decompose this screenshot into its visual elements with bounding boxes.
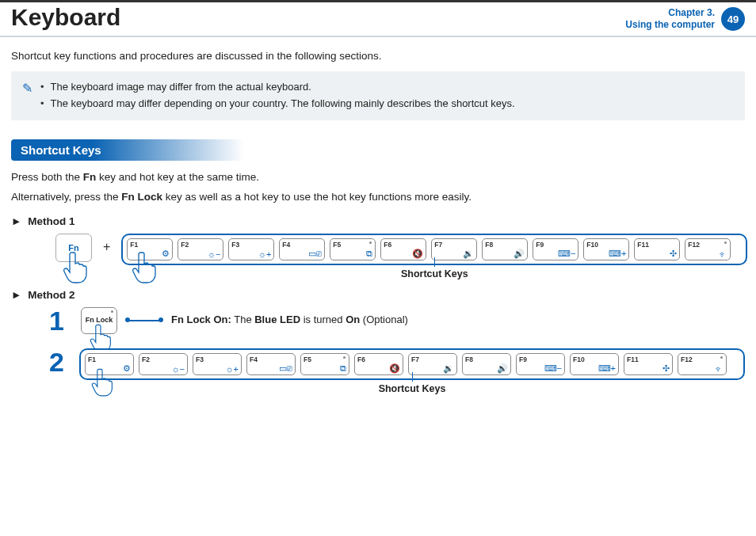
f4-key: F4▭⎚	[246, 353, 296, 375]
settings-icon: ⚙	[123, 363, 131, 374]
mute-icon: 🔇	[389, 363, 400, 374]
step-number: 1	[49, 307, 70, 334]
display-switch-icon: ▭⎚	[308, 249, 322, 259]
f11-key: F11✣	[634, 238, 680, 260]
callout-line	[128, 320, 160, 321]
page-number-badge: 49	[721, 7, 745, 31]
f11-key: F11✣	[624, 353, 673, 375]
body-text: Alternatively, press the Fn Lock key as …	[11, 188, 745, 206]
callout-text: Fn Lock On: The Blue LED is turned On (O…	[171, 314, 408, 325]
note-item: The keyboard image may differ from the a…	[40, 79, 515, 96]
wifi-icon: ᯤ	[715, 364, 724, 374]
chapter-line1: Chapter 3.	[668, 7, 715, 18]
f8-key: F8🔊	[462, 353, 511, 375]
f1-key: F1⚙	[85, 353, 134, 375]
f9-key: F9⌨−	[533, 238, 578, 260]
touchpad-icon: ⧉	[340, 363, 346, 374]
kbd-light-up-icon: ⌨+	[598, 363, 616, 374]
chapter-text: Chapter 3. Using the computer	[625, 7, 715, 31]
method2-diagram: 1 Fn Lock Fn Lock On: The Blue LED is tu…	[49, 307, 745, 394]
step-number: 2	[49, 348, 68, 375]
f5-key: F5⧉	[300, 353, 349, 375]
f5-key: F5⧉	[330, 238, 376, 260]
method2-heading: ► Method 2	[11, 289, 745, 301]
strip-caption: Shortcut Keys	[79, 383, 745, 394]
volume-down-icon: 🔉	[463, 249, 474, 259]
f12-key: F12ᯤ	[685, 238, 731, 260]
chapter-line2: Using the computer	[625, 19, 715, 30]
step-2-row: 2 F1⚙ F2☼− F3☼+ F4▭⎚ F5⧉ F6🔇 F7🔉 F8🔊 F9⌨…	[49, 348, 745, 394]
fn-key-cap: Fn	[55, 234, 92, 262]
note-list: The keyboard image may differ from the a…	[40, 79, 515, 112]
mute-icon: 🔇	[412, 249, 423, 259]
led-dot-icon	[111, 310, 113, 313]
page-header: Keyboard Chapter 3. Using the computer 4…	[0, 4, 756, 37]
f10-key: F10⌨+	[583, 238, 629, 260]
wifi-icon: ᯤ	[719, 249, 727, 259]
f7-key: F7🔉	[431, 238, 477, 260]
display-switch-icon: ▭⎚	[279, 363, 292, 374]
f8-key: F8🔊	[482, 238, 528, 260]
f4-key: F4▭⎚	[279, 238, 325, 260]
f2-key: F2☼−	[139, 353, 188, 375]
fnlock-key: Fn Lock	[81, 307, 117, 334]
chapter-badge: Chapter 3. Using the computer 49	[625, 7, 745, 31]
f10-key: F10⌨+	[570, 353, 619, 375]
settings-icon: ⚙	[162, 249, 170, 259]
arrow-icon: ►	[11, 215, 21, 227]
kbd-light-down-icon: ⌨−	[544, 363, 562, 374]
content-area: Shortcut key functions and procedures ar…	[0, 37, 756, 394]
f2-key: F2☼−	[178, 238, 223, 260]
fan-icon: ✣	[670, 249, 677, 259]
f12-key: F12ᯤ	[678, 353, 727, 375]
f3-key: F3☼+	[228, 238, 274, 260]
kbd-light-up-icon: ⌨+	[609, 249, 626, 259]
plus-icon: +	[103, 240, 110, 254]
volume-up-icon: 🔊	[514, 249, 525, 259]
f9-key: F9⌨−	[516, 353, 565, 375]
method1-heading: ► Method 1	[11, 215, 745, 227]
f7-key: F7🔉	[408, 353, 457, 375]
section-heading: Shortcut Keys	[11, 139, 244, 161]
fan-icon: ✣	[662, 363, 670, 374]
f6-key: F6🔇	[380, 238, 426, 260]
body-text: Press both the Fn key and hot key at the…	[11, 169, 745, 186]
page-title: Keyboard	[11, 4, 120, 31]
f6-key: F6🔇	[354, 353, 403, 375]
note-box: ✎ The keyboard image may differ from the…	[11, 71, 745, 120]
f1-key: F1⚙	[127, 238, 173, 260]
f3-key: F3☼+	[193, 353, 242, 375]
volume-down-icon: 🔉	[443, 363, 454, 374]
brightness-down-icon: ☼−	[171, 364, 185, 374]
fn-key: Fn	[55, 234, 92, 262]
arrow-icon: ►	[11, 289, 21, 301]
note-icon: ✎	[22, 81, 32, 112]
intro-text: Shortcut key functions and procedures ar…	[11, 50, 745, 62]
method1-diagram: Fn + F1⚙ F2☼− F3☼+ F4▭⎚ F5⧉ F6🔇 F7🔉 F8🔊 …	[55, 234, 745, 279]
brightness-up-icon: ☼+	[225, 364, 239, 374]
brightness-down-icon: ☼−	[208, 249, 221, 259]
touchpad-icon: ⧉	[366, 249, 372, 259]
strip-caption: Shortcut Keys	[121, 268, 747, 279]
top-rule	[0, 0, 756, 2]
note-item: The keyboard may differ depending on you…	[40, 96, 515, 112]
step-1-row: 1 Fn Lock Fn Lock On: The Blue LED is tu…	[49, 307, 745, 334]
brightness-up-icon: ☼+	[258, 249, 272, 259]
kbd-light-down-icon: ⌨−	[558, 249, 575, 259]
volume-up-icon: 🔊	[497, 363, 508, 374]
